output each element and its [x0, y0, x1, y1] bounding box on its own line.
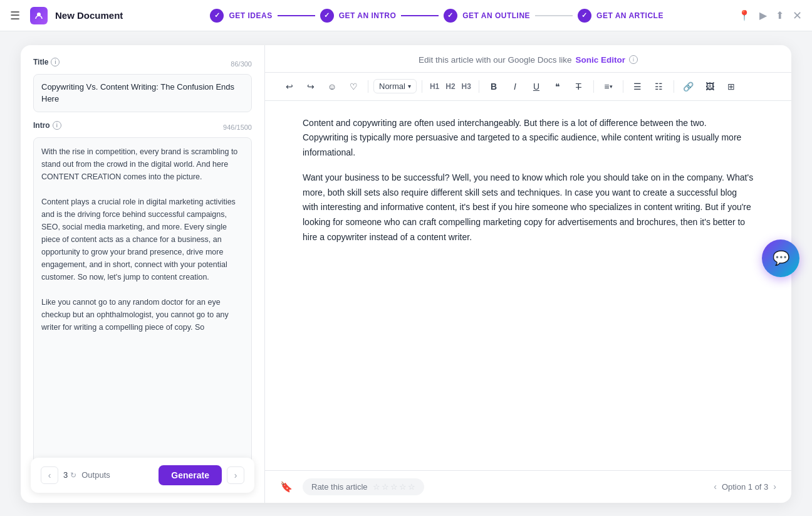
rate-article-widget[interactable]: Rate this article ☆ ☆ ☆ ☆ ☆ — [303, 478, 424, 495]
star-2[interactable]: ☆ — [382, 482, 389, 492]
title-input[interactable]: Copywriting Vs. Content Writing: The Con… — [33, 74, 252, 112]
image-button[interactable]: 🖼 — [700, 78, 719, 95]
sonic-editor-link[interactable]: Sonic Editor — [576, 55, 626, 65]
intro-section: Intro i 946/1500 With the rise in compet… — [33, 121, 252, 490]
chat-bubble[interactable]: 💬 — [762, 240, 799, 277]
titlebar: ☰ New Document ✓ GET IDEAS ✓ GET AN INTR… — [0, 0, 812, 31]
italic-button[interactable]: I — [506, 78, 524, 95]
rate-label: Rate this article — [311, 482, 368, 492]
step-label-intro: GET AN INTRO — [339, 11, 397, 20]
bookmark-icon[interactable]: 🔖 — [280, 481, 293, 493]
more-button[interactable]: ⊞ — [722, 78, 741, 95]
redo-button[interactable]: ↪ — [301, 78, 320, 95]
location-icon[interactable]: 📍 — [738, 9, 751, 21]
title-label: Title i — [33, 58, 60, 66]
step-label-article: GET AN ARTICLE — [596, 11, 664, 20]
format-select[interactable]: Normal ▾ — [373, 79, 417, 93]
step-label-outline: GET AN OUTLINE — [462, 11, 530, 20]
prev-output-button[interactable]: ‹ — [41, 466, 58, 484]
heart-button[interactable]: ♡ — [344, 78, 363, 95]
toolbar-divider-4 — [593, 80, 594, 93]
toolbar-divider-3 — [479, 80, 479, 93]
editor-content-area[interactable]: Content and copywriting are often used i… — [265, 101, 791, 470]
intro-field-header: Intro i 946/1500 — [33, 121, 252, 134]
underline-button[interactable]: U — [527, 78, 546, 95]
unordered-list-button[interactable]: ☰ — [628, 78, 647, 95]
step-divider-2 — [401, 15, 439, 16]
next-option-arrow[interactable]: › — [773, 482, 776, 492]
star-5[interactable]: ☆ — [408, 482, 415, 492]
title-counter: 86/300 — [231, 60, 252, 68]
share-icon[interactable]: ⬆ — [776, 9, 784, 21]
title-field-header: Title i 86/300 — [33, 58, 252, 70]
titlebar-actions: 📍 ▶ ⬆ ✕ — [738, 9, 802, 23]
outputs-count: 3 ↻ — [63, 470, 76, 480]
quote-button[interactable]: ❝ — [548, 78, 567, 95]
step-outline[interactable]: ✓ GET AN OUTLINE — [444, 9, 530, 23]
step-article[interactable]: ✓ GET AN ARTICLE — [578, 9, 664, 23]
content-paragraph-2: Want your business to be successful? Wel… — [303, 171, 754, 245]
editor-info-icon[interactable]: i — [629, 55, 638, 64]
star-rating[interactable]: ☆ ☆ ☆ ☆ ☆ — [373, 482, 415, 492]
step-check-outline: ✓ — [444, 9, 457, 23]
toolbar-divider-1 — [368, 80, 368, 93]
close-button[interactable]: ✕ — [793, 9, 802, 23]
ordered-list-button[interactable]: ☷ — [650, 78, 669, 95]
step-check-intro: ✓ — [320, 9, 334, 23]
h2-button[interactable]: H2 — [443, 81, 457, 92]
intro-counter: 946/1500 — [223, 124, 252, 131]
strikethrough-button[interactable]: T̶ — [570, 78, 588, 95]
document-card: Title i 86/300 Copywriting Vs. Content W… — [21, 45, 791, 503]
step-ideas[interactable]: ✓ GET IDEAS — [210, 9, 272, 23]
align-button[interactable]: ≡ ▾ — [599, 78, 618, 95]
title-info-icon[interactable]: i — [51, 58, 60, 66]
generation-controls: ‹ 3 ↻ Outputs Generate › — [31, 458, 254, 493]
play-icon[interactable]: ▶ — [759, 9, 767, 21]
step-intro[interactable]: ✓ GET AN INTRO — [320, 9, 397, 23]
step-check-article: ✓ — [578, 9, 591, 23]
refresh-icon[interactable]: ↻ — [70, 471, 76, 480]
heading-buttons: H1 H2 H3 — [427, 81, 474, 92]
star-1[interactable]: ☆ — [373, 482, 380, 492]
bold-button[interactable]: B — [484, 78, 503, 95]
editor-bottom-bar: 🔖 Rate this article ☆ ☆ ☆ ☆ ☆ ‹ Option 1… — [265, 470, 791, 503]
star-3[interactable]: ☆ — [390, 482, 398, 492]
star-4[interactable]: ☆ — [399, 482, 407, 492]
generate-button[interactable]: Generate — [159, 465, 222, 485]
toolbar-divider-6 — [674, 80, 674, 93]
menu-icon[interactable]: ☰ — [10, 9, 20, 23]
intro-textarea[interactable]: With the rise in competition, every bran… — [33, 137, 252, 490]
right-panel: Edit this article with our Google Docs l… — [265, 45, 791, 503]
next-output-button[interactable]: › — [227, 466, 244, 484]
h3-button[interactable]: H3 — [459, 81, 474, 92]
prev-option-arrow[interactable]: ‹ — [714, 482, 717, 492]
step-divider-1 — [278, 15, 315, 16]
step-divider-3 — [535, 15, 573, 16]
editor-header-text: Edit this article with our Google Docs l… — [419, 55, 572, 65]
intro-info-icon[interactable]: i — [53, 121, 61, 130]
editor-toolbar: ↩ ↪ ☺ ♡ Normal ▾ H1 H2 H3 B I U — [265, 73, 791, 101]
left-panel: Title i 86/300 Copywriting Vs. Content W… — [21, 45, 265, 503]
document-title: New Document — [55, 10, 123, 21]
step-check-ideas: ✓ — [210, 9, 224, 23]
toolbar-divider-5 — [623, 80, 623, 93]
outputs-label: Outputs — [81, 470, 110, 480]
app-logo — [30, 7, 48, 24]
step-label-ideas: GET IDEAS — [229, 11, 272, 20]
h1-button[interactable]: H1 — [427, 81, 442, 92]
editor-header: Edit this article with our Google Docs l… — [265, 45, 791, 73]
link-button[interactable]: 🔗 — [679, 78, 698, 95]
toolbar-divider-2 — [422, 80, 422, 93]
intro-label: Intro i — [33, 121, 61, 130]
steps-navigation: ✓ GET IDEAS ✓ GET AN INTRO ✓ GET AN OUTL… — [143, 9, 731, 23]
option-navigator: ‹ Option 1 of 3 › — [714, 482, 776, 492]
undo-button[interactable]: ↩ — [280, 78, 299, 95]
option-text: Option 1 of 3 — [722, 482, 768, 492]
content-paragraph-1: Content and copywriting are often used i… — [303, 116, 754, 161]
emoji-button[interactable]: ☺ — [323, 78, 341, 95]
main-container: Title i 86/300 Copywriting Vs. Content W… — [0, 31, 812, 516]
